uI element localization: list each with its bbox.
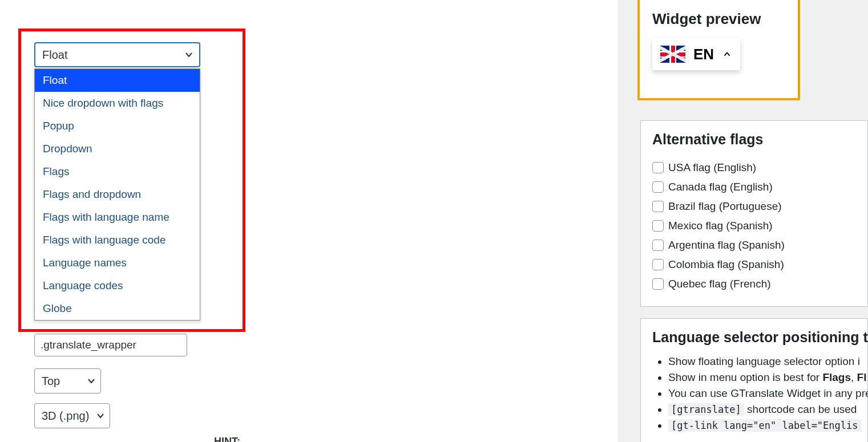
tip-item: [gt-link lang="en" label="Englis — [668, 417, 856, 433]
tip-code: [gt-link lang="en" label="Englis — [668, 419, 861, 432]
alt-flag-checkbox[interactable] — [652, 220, 664, 232]
widget-look-option[interactable]: Flags with language code — [35, 229, 200, 252]
tip-item: Show in menu option is best for Flags, F… — [668, 370, 856, 386]
tip-item: You can use GTranslate Widget in any pre — [668, 386, 856, 402]
alt-flag-row[interactable]: USA flag (English) — [652, 159, 856, 176]
wrapper-selector-input[interactable] — [34, 334, 187, 356]
chevron-down-icon — [86, 375, 97, 387]
hint-line: HINT: — [214, 436, 240, 442]
tip-bold: Fl — [857, 371, 867, 383]
hint-label: HINT: — [214, 436, 240, 442]
alt-flag-checkbox[interactable] — [652, 162, 664, 173]
widget-look-option[interactable]: Float — [35, 69, 200, 92]
flag-style-value: 3D (.png) — [42, 409, 89, 423]
alt-flag-checkbox[interactable] — [652, 259, 664, 270]
alt-flag-label: Mexico flag (Spanish) — [668, 217, 773, 234]
position-select-value: Top — [42, 375, 60, 388]
alt-flag-label: Argentina flag (Spanish) — [668, 237, 785, 254]
widget-look-option[interactable]: Flags with language name — [35, 206, 200, 229]
widget-look-option[interactable]: Globe — [35, 297, 200, 320]
alt-flag-row[interactable]: Colombia flag (Spanish) — [652, 256, 856, 273]
widget-look-option[interactable]: Language names — [35, 252, 200, 274]
flag-style-select[interactable]: 3D (.png) — [34, 403, 110, 428]
positioning-tips-card: Language selector positioning tip Show f… — [640, 318, 868, 442]
widget-preview-title: Widget preview — [652, 10, 785, 28]
alt-flag-row[interactable]: Canada flag (English) — [652, 179, 856, 196]
alternative-flags-title: Alternative flags — [652, 131, 856, 148]
alt-flag-label: Colombia flag (Spanish) — [668, 256, 784, 273]
chevron-down-icon — [95, 410, 106, 421]
alt-flag-label: USA flag (English) — [668, 159, 756, 176]
language-chip[interactable]: EN — [652, 38, 740, 70]
widget-look-option[interactable]: Popup — [35, 115, 200, 137]
language-code: EN — [693, 46, 714, 63]
chevron-down-icon — [183, 49, 195, 60]
widget-preview-card: Widget preview EN — [637, 0, 800, 100]
widget-look-option[interactable]: Dropdown — [35, 137, 200, 160]
widget-look-select[interactable]: Float — [34, 42, 200, 67]
alt-flag-label: Canada flag (English) — [668, 179, 773, 196]
tip-code: [gtranslate] — [668, 403, 744, 416]
widget-look-option[interactable]: Language codes — [35, 274, 200, 297]
alt-flag-label: Quebec flag (French) — [668, 275, 771, 293]
positioning-tips-title: Language selector positioning tip — [652, 329, 856, 346]
alt-flag-row[interactable]: Mexico flag (Spanish) — [652, 217, 856, 234]
tip-text: Show in menu option is best for — [668, 371, 822, 383]
alt-flag-label: Brazil flag (Portuguese) — [668, 198, 782, 215]
position-select[interactable]: Top — [34, 368, 101, 394]
widget-look-value: Float — [42, 48, 67, 62]
alt-flag-row[interactable]: Brazil flag (Portuguese) — [652, 198, 856, 215]
uk-flag-icon — [660, 46, 685, 63]
chevron-up-icon — [722, 49, 732, 59]
tip-text: , — [851, 371, 857, 383]
tip-text: shortcode can be used — [744, 403, 857, 415]
alt-flag-checkbox[interactable] — [652, 181, 664, 193]
widget-look-option[interactable]: Nice dropdown with flags — [35, 92, 200, 115]
widget-look-option[interactable]: Flags and dropdown — [35, 183, 200, 206]
tip-item: [gtranslate] shortcode can be used — [668, 402, 856, 417]
tip-text: You can use GTranslate Widget in any pre — [668, 387, 868, 399]
widget-look-option[interactable]: Flags — [35, 160, 200, 183]
alt-flag-checkbox[interactable] — [652, 278, 664, 290]
widget-look-listbox[interactable]: Float Nice dropdown with flags Popup Dro… — [34, 68, 200, 321]
tip-bold: Flags — [822, 371, 851, 383]
alternative-flags-card: Alternative flags USA flag (English) Can… — [640, 120, 868, 307]
tip-item: Show floating language selector option i — [668, 354, 856, 370]
tip-text: Show floating language selector option i — [668, 355, 860, 367]
alt-flag-row[interactable]: Argentina flag (Spanish) — [652, 237, 856, 254]
alt-flag-checkbox[interactable] — [652, 240, 664, 251]
alt-flag-checkbox[interactable] — [652, 201, 664, 212]
alt-flag-row[interactable]: Quebec flag (French) — [652, 275, 856, 293]
